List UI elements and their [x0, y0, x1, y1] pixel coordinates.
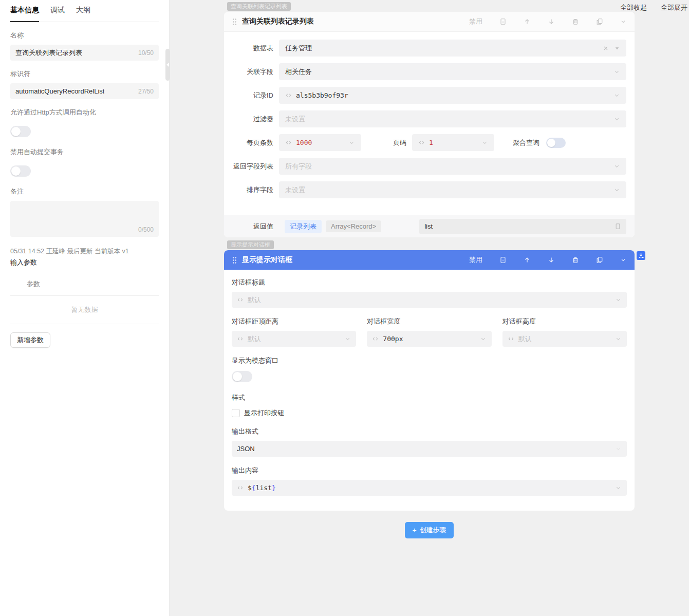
- identifier-input[interactable]: automaticQueryRecordRelList 27/50: [10, 83, 159, 99]
- tab-outline[interactable]: 大纲: [76, 6, 90, 22]
- dialog-title-select[interactable]: 默认: [232, 292, 627, 308]
- note-icon[interactable]: [499, 18, 507, 25]
- step1-card: 查询关联列表记录列表 禁用: [224, 12, 635, 237]
- dialog-height-select[interactable]: 默认: [502, 331, 627, 347]
- chevron-down-icon[interactable]: [613, 92, 620, 99]
- step2-body: 对话框标题 默认 对话框距顶距离: [224, 270, 635, 511]
- note-icon[interactable]: [499, 256, 507, 264]
- datasheet-select[interactable]: 任务管理: [279, 40, 626, 57]
- identifier-counter: 27/50: [138, 88, 154, 95]
- chevron-down-icon[interactable]: [613, 116, 620, 122]
- step1-header[interactable]: 查询关联列表记录列表 禁用: [224, 12, 635, 32]
- sidebar-collapse-handle[interactable]: [165, 49, 170, 81]
- return-name-input[interactable]: list: [419, 219, 626, 234]
- step1-title: 查询关联列表记录列表: [242, 17, 314, 26]
- chevron-down-icon[interactable]: [481, 139, 488, 146]
- output-format-select[interactable]: JSON: [232, 441, 627, 457]
- code-icon: [237, 484, 244, 491]
- toggle-knob: [11, 166, 21, 176]
- duplicate-icon[interactable]: [596, 256, 603, 264]
- link-field-select[interactable]: 相关任务: [279, 63, 626, 80]
- dialog-width-select[interactable]: 700px: [367, 331, 491, 347]
- remark-textarea[interactable]: 0/500: [10, 201, 159, 237]
- chevron-down-icon[interactable]: [613, 186, 620, 193]
- toggle-knob: [11, 127, 21, 136]
- add-param-button[interactable]: 新增参数: [10, 332, 50, 348]
- collapse-step-icon[interactable]: [620, 18, 626, 25]
- filter-select[interactable]: 未设置: [279, 110, 626, 127]
- delete-icon[interactable]: [572, 256, 579, 264]
- step1-type-tag: 查询关联列表记录列表: [227, 2, 291, 11]
- move-up-icon[interactable]: [524, 18, 531, 25]
- expand-all-link[interactable]: 全部展开: [661, 3, 687, 12]
- move-up-icon[interactable]: [524, 256, 531, 264]
- disable-step-button[interactable]: 禁用: [469, 255, 482, 265]
- page-size-label: 每页条数: [232, 138, 273, 147]
- drag-handle-icon[interactable]: [232, 256, 237, 264]
- sort-field-label: 排序字段: [232, 185, 273, 195]
- remark-counter: 0/500: [138, 226, 154, 233]
- print-button-label: 显示打印按钮: [244, 408, 284, 418]
- chevron-down-icon[interactable]: [344, 335, 351, 342]
- return-fields-placeholder: 所有字段: [285, 162, 312, 171]
- http-call-toggle[interactable]: [10, 126, 31, 137]
- chevron-down-icon[interactable]: [613, 163, 620, 170]
- return-name-value: list: [424, 222, 433, 230]
- clear-icon[interactable]: [603, 45, 609, 51]
- record-id-input[interactable]: als5b3b9of93r: [279, 87, 626, 104]
- page-size-select[interactable]: 1000: [279, 134, 361, 151]
- http-call-label: 允许通过Http方式调用自动化: [10, 108, 159, 117]
- datasheet-label: 数据表: [232, 44, 273, 53]
- copy-icon[interactable]: [614, 223, 621, 230]
- create-step-button[interactable]: + 创建步骤: [405, 522, 453, 538]
- move-down-icon[interactable]: [548, 18, 555, 25]
- chevron-down-icon[interactable]: [480, 335, 487, 342]
- code-icon: [237, 296, 244, 303]
- sidebar-tabs: 基本信息 调试 大纲: [10, 0, 159, 22]
- record-id-label: 记录ID: [232, 91, 273, 100]
- tab-debug[interactable]: 调试: [50, 6, 65, 22]
- code-icon: [418, 139, 425, 146]
- step2-title: 显示提示对话框: [242, 255, 292, 265]
- collapse-all-link[interactable]: 全部收起: [620, 3, 647, 12]
- return-type-detail: Array<Record>: [326, 220, 381, 232]
- delete-icon[interactable]: [572, 18, 579, 25]
- chevron-down-icon[interactable]: [615, 484, 622, 491]
- chevron-down-icon[interactable]: [348, 139, 355, 146]
- modal-toggle[interactable]: [232, 371, 252, 382]
- caret-down-icon[interactable]: [614, 45, 620, 51]
- tab-basic-info[interactable]: 基本信息: [10, 6, 39, 22]
- aggregate-label: 聚合查询: [513, 138, 539, 147]
- drag-handle-icon[interactable]: [232, 18, 237, 26]
- print-button-checkbox[interactable]: [232, 409, 240, 417]
- disable-auto-commit-toggle[interactable]: [10, 165, 31, 177]
- code-icon: [237, 335, 244, 342]
- dialog-top-select[interactable]: 默认: [232, 331, 356, 347]
- disable-step-button[interactable]: 禁用: [469, 17, 482, 26]
- params-empty-state: 暂无数据: [10, 296, 159, 324]
- input-params-title: 输入参数: [10, 258, 159, 267]
- toggle-knob: [547, 139, 555, 147]
- output-content-input[interactable]: ${list}: [232, 480, 627, 496]
- step2-type-tag: 显示提示对话框: [227, 240, 274, 249]
- remark-label: 备注: [10, 187, 159, 196]
- aggregate-toggle[interactable]: [546, 138, 566, 148]
- return-type-tag[interactable]: 记录列表: [285, 220, 322, 233]
- move-down-icon[interactable]: [548, 256, 555, 264]
- steps-list: 查询关联列表记录列表 查询关联列表记录列表 禁用: [224, 0, 635, 538]
- datasheet-value: 任务管理: [285, 44, 312, 53]
- chevron-down-icon[interactable]: [615, 335, 622, 342]
- return-fields-select[interactable]: 所有字段: [279, 158, 626, 175]
- page-num-select[interactable]: 1: [412, 134, 494, 151]
- collapse-step-icon[interactable]: [620, 257, 626, 263]
- sort-field-select[interactable]: 未设置: [279, 181, 626, 198]
- name-input[interactable]: 查询关联列表记录列表 10/50: [10, 45, 159, 61]
- step2-header[interactable]: 显示提示对话框 禁用: [224, 250, 635, 270]
- code-icon: [285, 92, 292, 99]
- chevron-down-icon[interactable]: [615, 296, 622, 303]
- chevron-down-icon[interactable]: [615, 445, 622, 452]
- chevron-down-icon[interactable]: [613, 68, 620, 75]
- record-id-value: als5b3b9of93r: [296, 91, 348, 99]
- duplicate-icon[interactable]: [596, 18, 603, 25]
- main-canvas: 全部收起 全部展开 查询关联列表记录列表 查询关联列表记录列表 禁用: [170, 0, 689, 616]
